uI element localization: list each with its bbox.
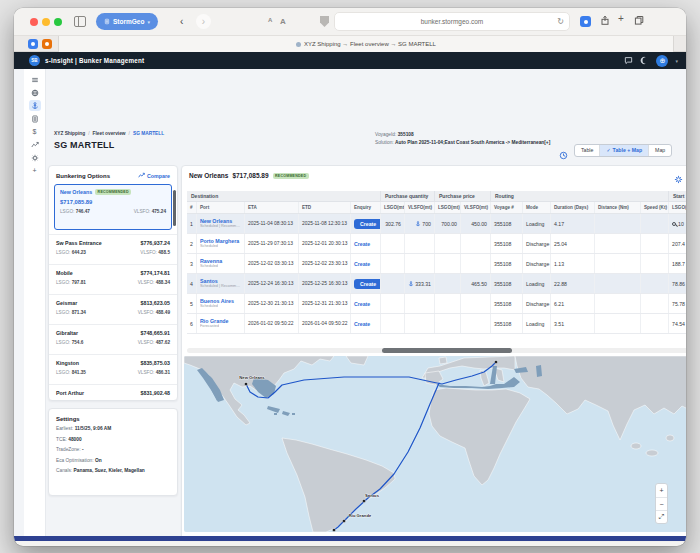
bunkering-option[interactable]: Gibraltar $748,665.91 LSGO: 754.6 VLSFO:… — [49, 324, 177, 354]
zoom-window-button[interactable] — [54, 18, 62, 26]
back-button[interactable]: ‹ — [180, 14, 183, 29]
minimize-window-button[interactable] — [42, 18, 50, 26]
create-button[interactable]: Create — [354, 321, 370, 327]
extension-icon[interactable] — [580, 16, 591, 27]
fullscreen-button[interactable]: ⤢ — [656, 510, 667, 523]
new-tab-button[interactable]: + — [618, 13, 624, 24]
view-toggle-option[interactable]: ✓ Table — [575, 145, 599, 156]
history-clock-icon[interactable] — [559, 146, 568, 155]
column-header[interactable]: VLSFO(mt) — [405, 202, 435, 213]
breadcrumb-company[interactable]: XYZ Shipping — [54, 131, 85, 136]
column-header[interactable]: Enquiry — [351, 202, 381, 213]
column-header[interactable]: ETD — [299, 202, 351, 213]
sidebar-item-prices[interactable]: $ — [29, 126, 41, 137]
address-bar[interactable]: bunker.stormgeo.com ↻ — [334, 12, 570, 31]
bunkering-option[interactable]: Mobile $774,174.81 LSGO: 797.81 VLSFO: 4… — [49, 264, 177, 294]
feedback-chat-icon[interactable] — [624, 56, 633, 65]
sidebar-item-fleet[interactable] — [29, 87, 41, 98]
active-tab[interactable]: XYZ Shipping → Fleet overview → SG MARTE… — [58, 36, 674, 52]
privacy-shield-icon[interactable] — [320, 16, 329, 27]
refresh-icon[interactable]: ↻ — [557, 17, 564, 26]
table-row[interactable]: 5 Buenos Aires Scheduled 2025-12-30 21:3… — [187, 294, 686, 314]
column-header[interactable]: # — [187, 202, 197, 213]
close-window-button[interactable] — [30, 18, 38, 26]
view-toggle-option[interactable]: ✓ Map — [648, 145, 671, 156]
create-button[interactable]: Create — [354, 279, 381, 289]
text-size-smaller-button[interactable]: A — [268, 17, 272, 23]
create-button[interactable]: Create — [354, 219, 381, 229]
forward-button[interactable]: › — [196, 14, 211, 29]
text-size-larger-button[interactable]: A — [280, 17, 286, 26]
compare-button[interactable]: Compare — [138, 172, 170, 179]
table-row[interactable]: 4 Santos Scheduled | Recommended 2025-12… — [187, 274, 686, 294]
sidebar-item-compare[interactable] — [29, 139, 41, 150]
sidebar-item-vessel[interactable] — [29, 100, 41, 111]
bunkering-option[interactable]: Geismar $813,623.05 LSGO: 871.34 VLSFO: … — [49, 294, 177, 324]
doc-icon — [104, 18, 110, 25]
port-dot — [332, 528, 335, 531]
create-button[interactable]: Create — [354, 301, 370, 307]
option-port-name: Mobile — [56, 270, 73, 276]
lsgo-value: 871.34 — [72, 310, 86, 315]
user-avatar[interactable]: ⊕ — [656, 55, 668, 67]
create-button[interactable]: Create — [354, 241, 370, 247]
bunkering-option[interactable]: Port Arthur $831,902.48 LSGO: 779.59 VLS… — [49, 384, 177, 401]
horizontal-scrollbar-thumb[interactable] — [382, 348, 512, 353]
sidebar-item-menu[interactable] — [29, 74, 41, 85]
sidebar-item-add[interactable]: + — [29, 165, 41, 176]
route-map[interactable]: New OrleansSantosRio Grande + − ⤢ — [184, 356, 686, 532]
table-row[interactable]: 3 Ravenna Scheduled 2025-12-02 03:30:13 … — [187, 254, 686, 274]
column-header[interactable]: ETA — [245, 202, 299, 213]
trend-icon — [31, 141, 39, 149]
settings-label: Eca Optimisation: — [56, 458, 94, 463]
column-header[interactable]: VLSFO(mt) — [461, 202, 491, 213]
share-icon[interactable] — [600, 15, 610, 26]
row-number: 2 — [187, 234, 197, 253]
pinned-tab-icon-2[interactable] — [42, 39, 52, 49]
qty-lsgo-cell: 302.76 — [381, 214, 405, 233]
qty-vlsfo-value: 333.31 — [415, 281, 431, 287]
column-header[interactable]: Distance (Nm) — [595, 202, 641, 213]
start-stock-value: 75.78 — [672, 301, 685, 307]
tab-group-pill[interactable]: StormGeo ▾ — [96, 13, 158, 30]
magnifier-icon[interactable] — [672, 222, 676, 226]
dark-mode-moon-icon[interactable] — [640, 56, 649, 65]
settings-row: Earliest: 11/5/25, 9:06 AM — [56, 426, 170, 433]
column-header[interactable]: Duration (Days) — [551, 202, 595, 213]
column-header[interactable]: LSGO(mt) — [435, 202, 461, 213]
column-header[interactable]: LSGO(mt) — [381, 202, 405, 213]
user-menu-caret-icon[interactable]: ▾ — [675, 58, 678, 64]
zoom-in-button[interactable]: + — [656, 484, 667, 497]
tab-overview-icon[interactable] — [634, 15, 644, 26]
breadcrumb-fleet-overview[interactable]: Fleet overview — [93, 131, 126, 136]
duration-cell: 1.13 — [551, 254, 595, 273]
bunkering-option-selected[interactable]: New Orleans RECOMMENDED $717,085.89 LSGO… — [54, 184, 172, 230]
port-label: Rio Grande — [349, 513, 372, 518]
enquiry-cell: Create — [351, 274, 381, 293]
zoom-out-button[interactable]: − — [656, 497, 667, 510]
pinned-tab-icon-1[interactable] — [28, 39, 38, 49]
app-logo[interactable]: SB — [29, 55, 40, 66]
mode-cell: Discharge — [523, 234, 551, 253]
bunkering-option[interactable]: Kingston $835,875.03 LSGO: 841.35 VLSFO:… — [49, 354, 177, 384]
sidebar-item-documents[interactable] — [29, 113, 41, 124]
column-header[interactable]: Voyage # — [491, 202, 523, 213]
create-button[interactable]: Create — [354, 261, 370, 267]
browser-window: StormGeo ▾ ‹ › A A bunker.stormgeo.com ↻… — [14, 8, 686, 546]
bunkering-option[interactable]: Sw Pass Entrance $776,937.24 LSGO: 644.2… — [49, 234, 177, 264]
table-settings-gear-icon[interactable] — [674, 170, 684, 180]
sidebar-toggle-icon[interactable] — [74, 16, 86, 27]
column-header[interactable]: Speed (Kt) — [641, 202, 669, 213]
column-header[interactable]: LSGO( — [669, 202, 686, 213]
table-row[interactable]: 1 New Orleans Scheduled | Recommended 20… — [187, 214, 686, 234]
port-status: Forecasted — [200, 324, 219, 328]
column-header[interactable]: Port — [197, 202, 245, 213]
table-row[interactable]: 2 Porto Marghera Scheduled 2025-11-29 07… — [187, 234, 686, 254]
view-toggle-option[interactable]: ✓ Table + Map — [599, 145, 648, 156]
speed-cell — [641, 274, 669, 293]
etd-cell: 2025-12-25 16:30:13 — [299, 274, 351, 293]
panel-scrollbar[interactable] — [173, 190, 176, 226]
table-row[interactable]: 6 Rio Grande Forecasted 2026-01-02 09:50… — [187, 314, 686, 334]
sidebar-item-settings[interactable] — [29, 152, 41, 163]
column-header[interactable]: Mode — [523, 202, 551, 213]
